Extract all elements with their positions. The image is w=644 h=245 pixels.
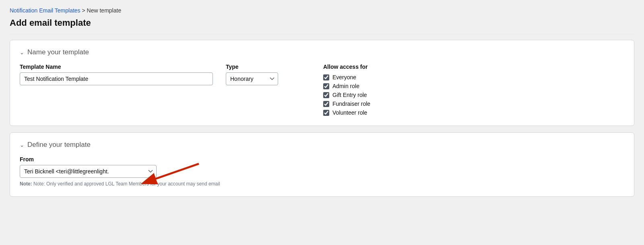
from-group: From Teri Bicknell <teri@littlegreenligh… [20,156,157,178]
access-fundraiser-role: Fundraiser role [323,101,370,107]
template-name-input[interactable] [20,72,213,85]
type-group: Type Honorary Memorial General [226,64,278,85]
section2-title: Define your template [27,141,91,149]
chevron-icon: ⌄ [20,49,24,56]
access-gift-entry-role: Gift Entry role [323,92,370,98]
access-admin-label: Admin role [332,83,359,89]
from-label: From [20,156,157,163]
chevron-icon-2: ⌄ [20,142,24,148]
divider [10,34,634,34]
access-group: Allow access for Everyone Admin role Gif… [323,64,370,116]
access-gift-label: Gift Entry role [332,92,367,98]
access-label: Allow access for [323,64,370,70]
from-note: Note: Note: Only verified and approved L… [20,181,624,187]
access-admin-role: Admin role [323,83,370,89]
breadcrumb-link[interactable]: Notification Email Templates [10,7,80,14]
access-everyone: Everyone [323,74,370,80]
access-gift-checkbox[interactable] [323,92,329,98]
access-volunteer-label: Volunteer role [332,109,367,116]
page-title: Add email template [10,18,634,28]
access-volunteer-checkbox[interactable] [323,110,329,116]
template-name-group: Template Name [20,64,213,85]
section1-header: ⌄ Name your template [20,48,624,56]
breadcrumb-separator: > [82,7,87,14]
type-select[interactable]: Honorary Memorial General [226,72,278,85]
from-wrapper: From Teri Bicknell <teri@littlegreenligh… [20,156,157,178]
access-fundraiser-label: Fundraiser role [332,101,370,107]
access-everyone-checkbox[interactable] [323,74,329,80]
type-label: Type [226,64,278,70]
form-row-1: Template Name Type Honorary Memorial Gen… [20,64,624,116]
section1-title: Name your template [27,48,89,56]
breadcrumb-current: New template [87,7,122,14]
access-everyone-label: Everyone [332,74,356,80]
from-select[interactable]: Teri Bicknell <teri@littlegreenlight. [20,165,157,178]
name-template-card: ⌄ Name your template Template Name Type … [10,40,634,126]
define-template-card: ⌄ Define your template From Teri Bicknel… [10,132,634,197]
section2-header: ⌄ Define your template [20,141,624,149]
access-volunteer-role: Volunteer role [323,109,370,116]
breadcrumb: Notification Email Templates > New templ… [10,7,634,14]
access-fundraiser-checkbox[interactable] [323,101,329,107]
template-name-label: Template Name [20,64,213,70]
access-admin-checkbox[interactable] [323,83,329,89]
